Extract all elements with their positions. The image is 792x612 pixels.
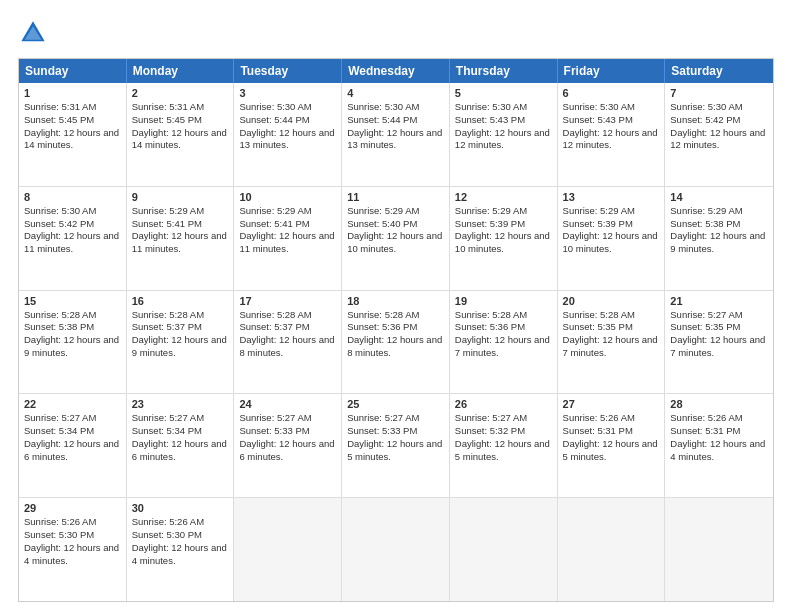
- day-cell-21: 21 Sunrise: 5:27 AM Sunset: 5:35 PM Dayl…: [665, 291, 773, 394]
- day-cell-28: 28 Sunrise: 5:26 AM Sunset: 5:31 PM Dayl…: [665, 394, 773, 497]
- day-number: 9: [132, 191, 229, 203]
- day-cell-5: 5 Sunrise: 5:30 AM Sunset: 5:43 PM Dayli…: [450, 83, 558, 186]
- day-cell-14: 14 Sunrise: 5:29 AM Sunset: 5:38 PM Dayl…: [665, 187, 773, 290]
- day-cell-9: 9 Sunrise: 5:29 AM Sunset: 5:41 PM Dayli…: [127, 187, 235, 290]
- sunrise-line: Sunrise: 5:29 AM: [455, 205, 552, 218]
- header-day-saturday: Saturday: [665, 59, 773, 83]
- daylight-line: Daylight: 12 hours and 4 minutes.: [670, 438, 768, 464]
- calendar-body: 1 Sunrise: 5:31 AM Sunset: 5:45 PM Dayli…: [19, 83, 773, 601]
- daylight-line: Daylight: 12 hours and 14 minutes.: [24, 127, 121, 153]
- sunset-line: Sunset: 5:36 PM: [347, 321, 444, 334]
- header-day-sunday: Sunday: [19, 59, 127, 83]
- sunrise-line: Sunrise: 5:30 AM: [670, 101, 768, 114]
- sunset-line: Sunset: 5:33 PM: [347, 425, 444, 438]
- daylight-line: Daylight: 12 hours and 14 minutes.: [132, 127, 229, 153]
- sunset-line: Sunset: 5:44 PM: [347, 114, 444, 127]
- sunrise-line: Sunrise: 5:27 AM: [455, 412, 552, 425]
- day-cell-25: 25 Sunrise: 5:27 AM Sunset: 5:33 PM Dayl…: [342, 394, 450, 497]
- empty-cell: [558, 498, 666, 601]
- day-number: 18: [347, 295, 444, 307]
- sunset-line: Sunset: 5:38 PM: [24, 321, 121, 334]
- sunrise-line: Sunrise: 5:28 AM: [455, 309, 552, 322]
- daylight-line: Daylight: 12 hours and 7 minutes.: [563, 334, 660, 360]
- day-number: 23: [132, 398, 229, 410]
- header-day-monday: Monday: [127, 59, 235, 83]
- header-day-tuesday: Tuesday: [234, 59, 342, 83]
- sunset-line: Sunset: 5:36 PM: [455, 321, 552, 334]
- calendar-row-4: 29 Sunrise: 5:26 AM Sunset: 5:30 PM Dayl…: [19, 498, 773, 601]
- day-cell-16: 16 Sunrise: 5:28 AM Sunset: 5:37 PM Dayl…: [127, 291, 235, 394]
- day-number: 11: [347, 191, 444, 203]
- daylight-line: Daylight: 12 hours and 13 minutes.: [239, 127, 336, 153]
- sunrise-line: Sunrise: 5:29 AM: [563, 205, 660, 218]
- day-number: 25: [347, 398, 444, 410]
- header-day-wednesday: Wednesday: [342, 59, 450, 83]
- daylight-line: Daylight: 12 hours and 8 minutes.: [239, 334, 336, 360]
- daylight-line: Daylight: 12 hours and 5 minutes.: [455, 438, 552, 464]
- sunset-line: Sunset: 5:33 PM: [239, 425, 336, 438]
- day-cell-30: 30 Sunrise: 5:26 AM Sunset: 5:30 PM Dayl…: [127, 498, 235, 601]
- calendar-header: SundayMondayTuesdayWednesdayThursdayFrid…: [19, 59, 773, 83]
- daylight-line: Daylight: 12 hours and 9 minutes.: [132, 334, 229, 360]
- sunrise-line: Sunrise: 5:28 AM: [563, 309, 660, 322]
- daylight-line: Daylight: 12 hours and 10 minutes.: [347, 230, 444, 256]
- day-cell-1: 1 Sunrise: 5:31 AM Sunset: 5:45 PM Dayli…: [19, 83, 127, 186]
- sunset-line: Sunset: 5:43 PM: [455, 114, 552, 127]
- day-cell-22: 22 Sunrise: 5:27 AM Sunset: 5:34 PM Dayl…: [19, 394, 127, 497]
- daylight-line: Daylight: 12 hours and 10 minutes.: [455, 230, 552, 256]
- day-number: 17: [239, 295, 336, 307]
- day-cell-19: 19 Sunrise: 5:28 AM Sunset: 5:36 PM Dayl…: [450, 291, 558, 394]
- sunset-line: Sunset: 5:41 PM: [239, 218, 336, 231]
- page: SundayMondayTuesdayWednesdayThursdayFrid…: [0, 0, 792, 612]
- daylight-line: Daylight: 12 hours and 7 minutes.: [670, 334, 768, 360]
- daylight-line: Daylight: 12 hours and 11 minutes.: [24, 230, 121, 256]
- day-number: 5: [455, 87, 552, 99]
- daylight-line: Daylight: 12 hours and 6 minutes.: [132, 438, 229, 464]
- calendar: SundayMondayTuesdayWednesdayThursdayFrid…: [18, 58, 774, 602]
- daylight-line: Daylight: 12 hours and 9 minutes.: [670, 230, 768, 256]
- sunrise-line: Sunrise: 5:28 AM: [132, 309, 229, 322]
- day-cell-26: 26 Sunrise: 5:27 AM Sunset: 5:32 PM Dayl…: [450, 394, 558, 497]
- daylight-line: Daylight: 12 hours and 4 minutes.: [132, 542, 229, 568]
- day-number: 20: [563, 295, 660, 307]
- sunrise-line: Sunrise: 5:27 AM: [132, 412, 229, 425]
- day-number: 13: [563, 191, 660, 203]
- day-cell-29: 29 Sunrise: 5:26 AM Sunset: 5:30 PM Dayl…: [19, 498, 127, 601]
- sunset-line: Sunset: 5:44 PM: [239, 114, 336, 127]
- sunrise-line: Sunrise: 5:30 AM: [347, 101, 444, 114]
- day-number: 8: [24, 191, 121, 203]
- calendar-row-1: 8 Sunrise: 5:30 AM Sunset: 5:42 PM Dayli…: [19, 187, 773, 291]
- daylight-line: Daylight: 12 hours and 8 minutes.: [347, 334, 444, 360]
- empty-cell: [450, 498, 558, 601]
- day-cell-3: 3 Sunrise: 5:30 AM Sunset: 5:44 PM Dayli…: [234, 83, 342, 186]
- sunrise-line: Sunrise: 5:27 AM: [347, 412, 444, 425]
- day-cell-10: 10 Sunrise: 5:29 AM Sunset: 5:41 PM Dayl…: [234, 187, 342, 290]
- day-cell-13: 13 Sunrise: 5:29 AM Sunset: 5:39 PM Dayl…: [558, 187, 666, 290]
- day-cell-6: 6 Sunrise: 5:30 AM Sunset: 5:43 PM Dayli…: [558, 83, 666, 186]
- day-cell-11: 11 Sunrise: 5:29 AM Sunset: 5:40 PM Dayl…: [342, 187, 450, 290]
- daylight-line: Daylight: 12 hours and 12 minutes.: [455, 127, 552, 153]
- sunrise-line: Sunrise: 5:26 AM: [24, 516, 121, 529]
- daylight-line: Daylight: 12 hours and 6 minutes.: [24, 438, 121, 464]
- sunrise-line: Sunrise: 5:30 AM: [239, 101, 336, 114]
- day-number: 10: [239, 191, 336, 203]
- day-cell-2: 2 Sunrise: 5:31 AM Sunset: 5:45 PM Dayli…: [127, 83, 235, 186]
- day-number: 21: [670, 295, 768, 307]
- sunrise-line: Sunrise: 5:27 AM: [670, 309, 768, 322]
- daylight-line: Daylight: 12 hours and 7 minutes.: [455, 334, 552, 360]
- sunrise-line: Sunrise: 5:30 AM: [563, 101, 660, 114]
- logo: [18, 18, 52, 48]
- daylight-line: Daylight: 12 hours and 10 minutes.: [563, 230, 660, 256]
- sunset-line: Sunset: 5:35 PM: [670, 321, 768, 334]
- day-number: 15: [24, 295, 121, 307]
- sunset-line: Sunset: 5:43 PM: [563, 114, 660, 127]
- day-number: 24: [239, 398, 336, 410]
- day-cell-17: 17 Sunrise: 5:28 AM Sunset: 5:37 PM Dayl…: [234, 291, 342, 394]
- sunset-line: Sunset: 5:42 PM: [670, 114, 768, 127]
- sunrise-line: Sunrise: 5:31 AM: [24, 101, 121, 114]
- day-number: 22: [24, 398, 121, 410]
- sunrise-line: Sunrise: 5:26 AM: [670, 412, 768, 425]
- daylight-line: Daylight: 12 hours and 5 minutes.: [347, 438, 444, 464]
- sunrise-line: Sunrise: 5:29 AM: [347, 205, 444, 218]
- sunrise-line: Sunrise: 5:31 AM: [132, 101, 229, 114]
